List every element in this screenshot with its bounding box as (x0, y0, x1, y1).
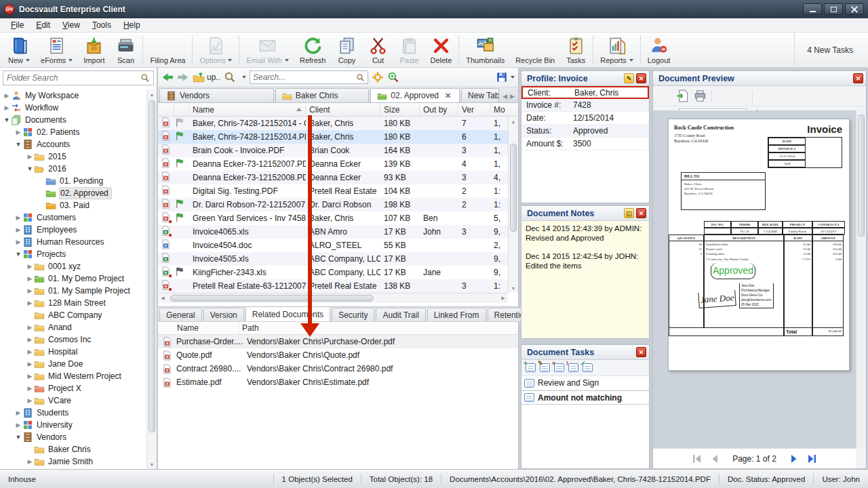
scroll-thumb[interactable] (149, 100, 155, 432)
dropdown-caret-icon[interactable] (629, 59, 633, 62)
tree-item-projects[interactable]: ▼Projects (0, 248, 146, 260)
file-list-scrollbar[interactable]: ▲ ▼ (508, 117, 518, 293)
folder-search-box[interactable] (3, 70, 154, 85)
scroll-right-icon[interactable]: ▶ (498, 296, 508, 301)
detail-tab-version[interactable]: Version (203, 308, 244, 321)
menu-item-edit[interactable]: Edit (31, 19, 56, 31)
fit-width-icon[interactable] (810, 89, 823, 102)
file-row[interactable]: Invoice4504.doc ALRO_STEEL 55 KB 2, (158, 239, 508, 252)
tab-scroll-right-icon[interactable]: ▶ (510, 93, 515, 100)
reports-button[interactable]: Reports (595, 33, 639, 67)
file-row[interactable]: Baker, Chris-7428-12152014 - C... Baker,… (158, 117, 508, 130)
filing-area-button[interactable]: Filing Area (144, 33, 191, 67)
tree-item-0001-xyz[interactable]: ▶0001 xyz (0, 260, 146, 272)
detail-tab-audit-trail[interactable]: Audit Trail (376, 308, 425, 321)
close-panel-icon[interactable]: ✕ (853, 73, 863, 83)
scroll-down-icon[interactable]: ▼ (147, 460, 157, 469)
forward-icon[interactable] (177, 71, 189, 83)
eforms-button[interactable]: eForms (35, 33, 78, 67)
expand-arrow-icon[interactable]: ▶ (26, 275, 34, 282)
detail-tab-security[interactable]: Security (332, 308, 374, 321)
close-panel-icon[interactable]: ✕ (636, 73, 646, 83)
minimize-button[interactable] (803, 3, 822, 15)
tree-item-01-my-sample-project[interactable]: ▶01. My Sample Project (0, 285, 146, 297)
expand-arrow-icon[interactable]: ▶ (14, 239, 22, 245)
tree-item-02-patients[interactable]: ▶02. Patients (0, 126, 146, 138)
close-button[interactable] (845, 3, 864, 15)
expand-arrow-icon[interactable]: ▼ (26, 165, 34, 172)
expand-arrow-icon[interactable]: ▼ (14, 251, 22, 258)
expand-arrow-icon[interactable]: ▶ (26, 336, 34, 343)
related-doc-row[interactable]: Purchase-Order.... Vendors\Baker Chris\P… (158, 335, 518, 348)
scroll-thumb[interactable] (858, 115, 865, 237)
tree-item-vcare[interactable]: ▶VCare (0, 394, 146, 407)
delete-task-icon[interactable]: × (554, 363, 564, 372)
expand-arrow-icon[interactable]: ▶ (26, 324, 34, 331)
expand-arrow-icon[interactable]: ▶ (26, 458, 34, 465)
tree-item-mid-western-project[interactable]: ▶Mid Western Project (0, 370, 146, 382)
page-forward-icon[interactable] (734, 89, 747, 102)
copy-button[interactable]: Copy (331, 33, 362, 67)
scroll-thumb[interactable] (510, 144, 517, 232)
add-task-icon[interactable]: + (526, 363, 536, 372)
tree-item-university[interactable]: ▶University (0, 419, 146, 431)
tree-item-hospital[interactable]: ▶Hospital (0, 346, 146, 358)
tree-item-03-paid[interactable]: 03. Paid (0, 199, 146, 211)
cut-button[interactable]: Cut (362, 33, 393, 67)
related-doc-row[interactable]: Quote.pdf Vendors\Baker Chris\Quote.pdf (158, 348, 518, 362)
scan-button[interactable]: Scan (110, 33, 141, 67)
file-row[interactable]: Digital Sig. Testing.PDF Pretell Real Es… (158, 184, 508, 198)
file-row[interactable]: Invoice4505.xls ABC Company, LLC. 17 KB … (158, 252, 508, 266)
file-row[interactable]: KiingFicher-2343.xls ABC Company, LLC. 1… (158, 266, 508, 279)
tree-item-project-x[interactable]: ▶Project X (0, 382, 146, 394)
file-list-hscrollbar[interactable]: ◀ ▶ (158, 293, 508, 303)
tree-item-128-main-street[interactable]: ▶128 Main Street (0, 297, 146, 309)
sidebar-scrollbar[interactable]: ▲ ▼ (146, 89, 157, 469)
tree-item-customers[interactable]: ▶Customers (0, 211, 146, 224)
expand-arrow-icon[interactable]: ▶ (14, 422, 22, 428)
back-icon[interactable] (161, 71, 174, 83)
scroll-left-icon[interactable]: ◀ (158, 296, 167, 301)
expand-arrow-icon[interactable]: ▼ (14, 141, 22, 148)
expand-arrow-icon[interactable]: ▶ (14, 226, 22, 233)
related-doc-row[interactable]: Contract 26980.... Vendors\Baker Chris\C… (158, 362, 518, 375)
file-row[interactable]: Brain Cook - Invoice.PDF Brian Cook 164 … (158, 144, 508, 157)
column-header-outby[interactable]: Out by (420, 103, 458, 116)
detail-tab-linked-from[interactable]: Linked From (427, 308, 486, 321)
related-column-name[interactable]: Name (158, 322, 239, 334)
folder-tab-baker-chris[interactable]: Baker Chris (275, 88, 370, 102)
popout-panel-icon[interactable]: ◱ (624, 208, 634, 218)
expand-arrow-icon[interactable]: ▶ (3, 92, 11, 99)
advanced-search-icon[interactable] (387, 71, 399, 83)
maximize-button[interactable] (824, 3, 843, 15)
column-header-name[interactable]: Name (189, 103, 306, 116)
dropdown-caret-icon[interactable] (26, 59, 30, 62)
tree-item-human-resources[interactable]: ▶Human Resources (0, 236, 146, 248)
task-item[interactable]: Review and Sign (521, 376, 649, 390)
recycle-bin-button[interactable]: Recycle Bin (510, 33, 560, 67)
import-button[interactable]: Import (78, 33, 110, 67)
zoom-out-icon[interactable] (775, 89, 788, 102)
expand-arrow-icon[interactable]: ▶ (14, 129, 22, 136)
folder-tab-02-approved[interactable]: 02. Approved✕ (370, 88, 460, 102)
expand-arrow-icon[interactable]: ▶ (3, 104, 11, 111)
settings-gear-icon[interactable] (372, 71, 384, 83)
menu-item-view[interactable]: View (57, 19, 85, 31)
expand-arrow-icon[interactable]: ▶ (26, 348, 34, 355)
expand-arrow-icon[interactable]: ▶ (14, 409, 22, 416)
dropdown-caret-icon[interactable] (228, 59, 232, 62)
related-doc-row[interactable]: Estimate.pdf Vendors\Baker Chris\Estimat… (158, 375, 518, 389)
tree-item-01-pending[interactable]: 01. Pending (0, 175, 146, 187)
tree-item-students[interactable]: ▶Students (0, 407, 146, 419)
scroll-down-icon[interactable]: ▼ (509, 283, 518, 293)
tab-scroll-left-icon[interactable]: ◀ (502, 93, 507, 100)
edit-task-icon[interactable]: ✎ (540, 363, 550, 372)
menu-item-tools[interactable]: Tools (87, 19, 117, 31)
detail-tab-related-documents[interactable]: Related Documents (245, 306, 330, 321)
tree-item-accounts[interactable]: ▼Accounts (0, 138, 146, 150)
search-scope-icon[interactable] (224, 71, 236, 83)
tree-item-baker-chris[interactable]: Baker Chris (0, 443, 146, 455)
scroll-up-icon[interactable]: ▲ (509, 117, 518, 126)
preview-canvas[interactable]: Rock Castle Construction 1735 County Roa… (653, 110, 856, 448)
new-button[interactable]: New (3, 33, 35, 67)
